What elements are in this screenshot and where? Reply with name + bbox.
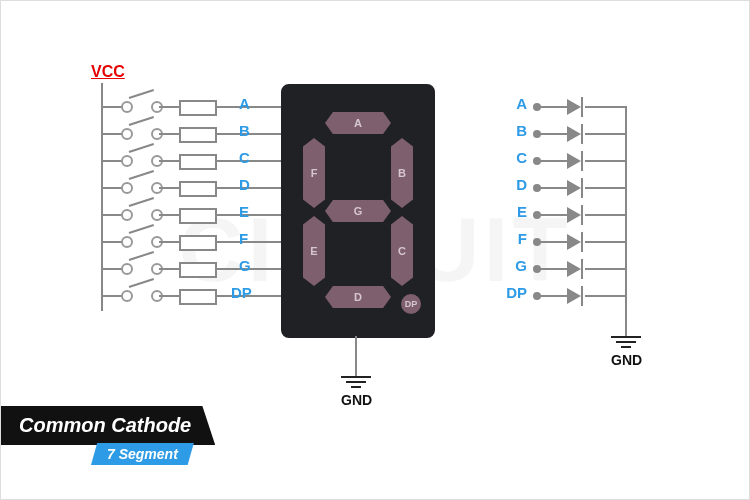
wire (585, 241, 625, 243)
wire (159, 106, 179, 108)
vcc-label: VCC (91, 63, 125, 81)
ground-label: GND (341, 392, 371, 408)
resistor-icon (179, 127, 217, 143)
wire (539, 241, 567, 243)
caption-subtitle: 7 Segment (91, 443, 194, 465)
segment-a: A (325, 112, 391, 134)
wire (539, 214, 567, 216)
wire (159, 160, 179, 162)
wire (539, 268, 567, 270)
pin-label: F (501, 230, 527, 247)
ground-label: GND (611, 352, 641, 368)
resistor-icon (179, 262, 217, 278)
diagram-caption: Common Cathode 7 Segment (1, 406, 215, 465)
resistor-icon (179, 235, 217, 251)
wire (539, 106, 567, 108)
wire (159, 133, 179, 135)
resistor-icon (179, 154, 217, 170)
module-gnd-wire (355, 336, 357, 376)
switch-icon (125, 233, 159, 249)
pin-label: DP (501, 284, 527, 301)
switch-icon (125, 260, 159, 276)
pin-label: D (501, 176, 527, 193)
wire (585, 133, 625, 135)
switch-icon (125, 179, 159, 195)
caption-title: Common Cathode (1, 406, 215, 445)
common-cathode-bus-wire (625, 106, 627, 336)
seven-segment-display: A B C D E F G DP (281, 84, 435, 338)
wire (585, 160, 625, 162)
resistor-icon (179, 208, 217, 224)
wire (585, 268, 625, 270)
segment-c: C (391, 216, 413, 286)
pin-label: DP (231, 284, 252, 301)
vcc-bus-wire (101, 83, 103, 311)
wire (539, 160, 567, 162)
wire (159, 295, 179, 297)
resistor-icon (179, 181, 217, 197)
pin-label: F (239, 230, 248, 247)
wire (539, 295, 567, 297)
wire (585, 295, 625, 297)
pin-label: G (239, 257, 251, 274)
pin-label: E (239, 203, 249, 220)
switch-icon (125, 152, 159, 168)
pin-label: G (501, 257, 527, 274)
pin-label: A (501, 95, 527, 112)
ground-symbol-icon: GND (611, 336, 641, 368)
segment-e: E (303, 216, 325, 286)
segment-b: B (391, 138, 413, 208)
wire (585, 106, 625, 108)
pin-label: C (239, 149, 250, 166)
resistor-icon (179, 289, 217, 305)
segment-d: D (325, 286, 391, 308)
switch-icon (125, 287, 159, 303)
wire (585, 187, 625, 189)
segment-g: G (325, 200, 391, 222)
wire (585, 214, 625, 216)
wire (159, 241, 179, 243)
segment-dp: DP (401, 294, 421, 314)
switch-icon (125, 125, 159, 141)
ground-symbol-icon: GND (341, 376, 371, 408)
pin-label: B (239, 122, 250, 139)
segment-f: F (303, 138, 325, 208)
wire (159, 214, 179, 216)
wire (539, 187, 567, 189)
pin-label: C (501, 149, 527, 166)
wire (539, 133, 567, 135)
wire (159, 268, 179, 270)
pin-label: B (501, 122, 527, 139)
pin-label: E (501, 203, 527, 220)
pin-label: D (239, 176, 250, 193)
switch-icon (125, 98, 159, 114)
resistor-icon (179, 100, 217, 116)
switch-icon (125, 206, 159, 222)
wire (159, 187, 179, 189)
pin-label: A (239, 95, 250, 112)
